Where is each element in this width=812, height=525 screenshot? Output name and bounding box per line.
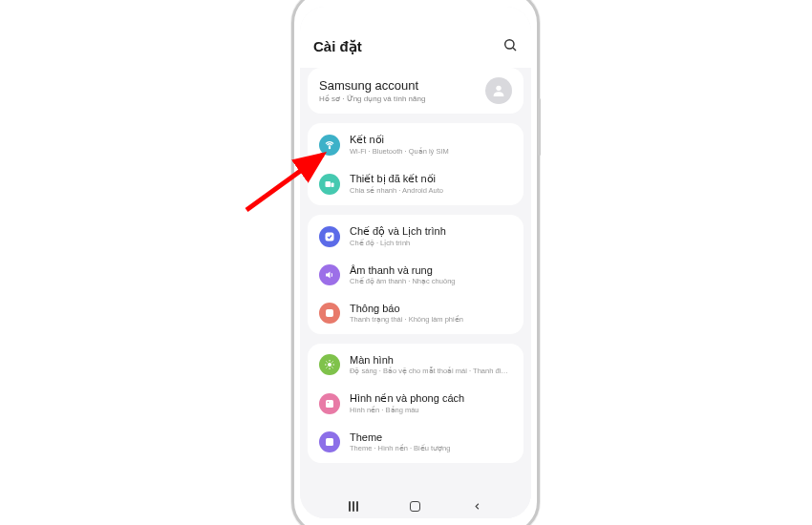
row-subtitle: Chế độ · Lịch trình [350, 239, 446, 247]
row-texts: Thông báoThanh trạng thái · Không làm ph… [350, 303, 463, 324]
settings-group-connectivity: Kết nốiWi-Fi · Bluetooth · Quản lý SIMTh… [308, 123, 524, 205]
status-bar [300, 7, 531, 28]
svg-point-0 [505, 40, 514, 49]
row-texts: Âm thanh và rungChế độ âm thanh · Nhạc c… [350, 264, 455, 285]
svg-point-8 [328, 363, 331, 367]
settings-row-wallpaper[interactable]: Hình nền và phong cáchHình nền · Bảng mà… [308, 384, 524, 423]
picture-icon [319, 393, 340, 414]
row-subtitle: Hình nền · Bảng màu [350, 406, 464, 414]
svg-point-3 [329, 147, 330, 148]
page-title: Cài đặt [313, 38, 362, 55]
row-title: Thiết bị đã kết nối [350, 173, 443, 185]
account-texts: Samsung account Hồ sơ · Ứng dụng và tính… [319, 78, 425, 103]
nav-back-button[interactable] [472, 501, 482, 512]
row-subtitle: Thanh trạng thái · Không làm phiền [350, 315, 463, 324]
row-subtitle: Chế độ âm thanh · Nhạc chuông [350, 277, 455, 285]
svg-line-16 [332, 362, 333, 363]
devices-icon [319, 174, 340, 195]
nav-recents-button[interactable] [349, 501, 358, 512]
person-icon [491, 83, 506, 98]
avatar[interactable] [485, 77, 512, 104]
svg-rect-17 [326, 400, 333, 408]
svg-rect-7 [326, 309, 333, 317]
settings-row-theme[interactable]: ThemeTheme · Hình nền · Biểu tượng [308, 423, 524, 461]
sound-icon [319, 264, 340, 285]
wifi-icon [319, 135, 340, 156]
account-subtitle: Hồ sơ · Ứng dụng và tính năng [319, 94, 425, 103]
row-title: Chế độ và Lịch trình [350, 225, 446, 238]
settings-group-display: Màn hìnhĐộ sáng · Bảo vệ cho mắt thoải m… [308, 344, 524, 463]
settings-header: Cài đặt [300, 28, 531, 68]
settings-row-connections[interactable]: Kết nốiWi-Fi · Bluetooth · Quản lý SIM [308, 125, 524, 164]
settings-row-modes[interactable]: Chế độ và Lịch trìnhChế độ · Lịch trình [308, 217, 524, 256]
row-title: Theme [350, 431, 450, 443]
search-button[interactable] [502, 37, 518, 56]
row-subtitle: Wi-Fi · Bluetooth · Quản lý SIM [350, 147, 449, 156]
sun-icon [319, 354, 340, 375]
row-texts: ThemeTheme · Hình nền · Biểu tượng [350, 431, 450, 452]
settings-row-notifications[interactable]: Thông báoThanh trạng thái · Không làm ph… [308, 294, 524, 332]
theme-icon [319, 431, 340, 452]
svg-rect-5 [331, 182, 334, 187]
row-title: Thông báo [350, 303, 463, 314]
android-nav-bar [300, 494, 531, 518]
svg-rect-19 [326, 438, 333, 446]
search-icon [502, 37, 518, 52]
row-subtitle: Chia sẻ nhanh · Android Auto [350, 186, 443, 195]
settings-row-sound[interactable]: Âm thanh và rungChế độ âm thanh · Nhạc c… [308, 256, 524, 294]
svg-point-2 [496, 86, 501, 91]
phone-frame: Cài đặt Samsung account Hồ sơ · Ứng dụng… [291, 0, 540, 525]
svg-rect-4 [326, 181, 331, 187]
row-title: Hình nền và phong cách [350, 392, 464, 405]
settings-row-connected-devices[interactable]: Thiết bị đã kết nốiChia sẻ nhanh · Andro… [308, 164, 524, 203]
row-subtitle: Độ sáng · Bảo vệ cho mắt thoải mái · Tha… [350, 367, 512, 375]
volume-side-button [538, 98, 541, 156]
settings-group-sound-notify: Chế độ và Lịch trìnhChế độ · Lịch trìnhÂ… [308, 215, 524, 334]
bell-icon [319, 303, 340, 324]
row-texts: Màn hìnhĐộ sáng · Bảo vệ cho mắt thoải m… [350, 354, 512, 375]
row-texts: Thiết bị đã kết nốiChia sẻ nhanh · Andro… [350, 173, 443, 195]
svg-line-1 [513, 48, 516, 51]
samsung-account-card[interactable]: Samsung account Hồ sơ · Ứng dụng và tính… [308, 68, 524, 114]
screen: Cài đặt Samsung account Hồ sơ · Ứng dụng… [300, 7, 531, 518]
row-subtitle: Theme · Hình nền · Biểu tượng [350, 444, 450, 452]
account-title: Samsung account [319, 78, 425, 93]
row-title: Màn hình [350, 354, 512, 366]
svg-line-15 [327, 368, 328, 368]
svg-line-14 [332, 368, 333, 368]
row-texts: Hình nền và phong cáchHình nền · Bảng mà… [350, 392, 464, 414]
row-texts: Kết nốiWi-Fi · Bluetooth · Quản lý SIM [350, 134, 449, 156]
check-icon [319, 226, 340, 247]
svg-line-13 [327, 362, 328, 363]
settings-row-display[interactable]: Màn hìnhĐộ sáng · Bảo vệ cho mắt thoải m… [308, 346, 524, 384]
row-title: Kết nối [350, 134, 449, 146]
svg-point-18 [328, 401, 330, 403]
row-texts: Chế độ và Lịch trìnhChế độ · Lịch trình [350, 225, 446, 247]
row-title: Âm thanh và rung [350, 264, 455, 276]
settings-list[interactable]: Samsung account Hồ sơ · Ứng dụng và tính… [300, 68, 531, 494]
nav-home-button[interactable] [410, 501, 420, 512]
